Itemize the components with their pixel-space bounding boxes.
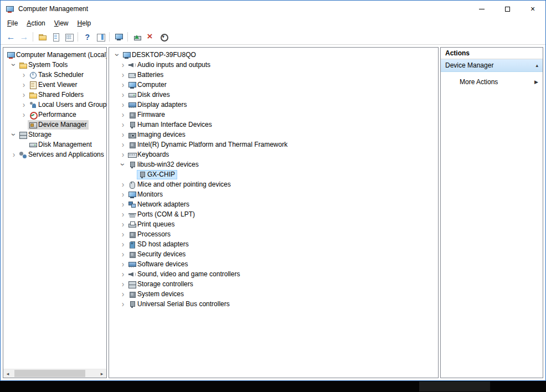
tree-item-system-tools[interactable]: System Tools [4,60,106,70]
expander-icon[interactable] [119,61,127,69]
device-category-ports-com-lpt[interactable]: Ports (COM & LPT) [114,209,438,219]
update-driver-button[interactable] [130,30,143,44]
tree-item-computer-management[interactable]: Computer Management (Local) [4,50,106,60]
expander-icon[interactable] [20,81,28,89]
collapse-chevron-icon[interactable]: ▴ [535,63,538,68]
device-category-batteries[interactable]: Batteries [114,70,438,80]
expander-icon[interactable] [10,131,18,138]
expander-icon[interactable] [20,91,28,99]
device-category-network-adapters[interactable]: Network adapters [114,199,438,209]
minimize-button[interactable] [469,1,495,17]
tree-item-task-scheduler[interactable]: Task Scheduler [4,70,106,80]
device-category-processors[interactable]: Processors [114,229,438,239]
expander-icon[interactable] [20,101,28,109]
expander-icon[interactable] [119,121,127,128]
device-category-display-adapters[interactable]: Display adapters [114,100,438,110]
expander-icon[interactable] [119,200,127,208]
device-category-sound-video-game-controllers[interactable]: Sound, video and game controllers [114,269,438,279]
device-category-intel-dptf[interactable]: Intel(R) Dynamic Platform and Thermal Fr… [114,140,438,149]
tree-item-device-manager[interactable]: Device Manager [4,120,106,130]
taskbar[interactable] [0,381,546,392]
tree-item-event-viewer[interactable]: Event Viewer [4,80,106,90]
taskbar-segment[interactable] [419,381,490,391]
device-category-libusb-win32-devices[interactable]: libusb-win32 devices [114,159,438,169]
expander-icon[interactable] [20,71,28,79]
show-action-pane-button[interactable] [94,30,107,44]
expander-icon[interactable] [119,71,127,79]
expander-icon[interactable] [119,151,127,158]
device-category-print-queues[interactable]: Print queues [114,219,438,229]
show-console-tree-button[interactable] [35,30,49,44]
actions-item-device-manager[interactable]: Device Manager ▴ [441,59,543,72]
expander-icon[interactable] [119,210,127,218]
back-button[interactable] [4,30,17,44]
device-category-imaging-devices[interactable]: Imaging devices [114,130,438,140]
expander-icon[interactable] [10,151,18,158]
device-category-security-devices[interactable]: Security devices [114,249,438,259]
help-button[interactable] [80,30,94,44]
device-category-storage-controllers[interactable]: Storage controllers [114,279,438,289]
scroll-left-button[interactable]: ◂ [3,369,12,378]
device-category-mice[interactable]: Mice and other pointing devices [114,179,438,189]
menu-view[interactable]: View [50,18,73,28]
tree-item-label: Storage [27,131,51,138]
tree-item-shared-folders[interactable]: Shared Folders [4,90,106,100]
device-category-monitors[interactable]: Monitors [114,189,438,199]
device-category-keyboards[interactable]: Keyboards [114,149,438,159]
tree-item-performance[interactable]: Performance [4,110,106,120]
menu-action[interactable]: Action [22,18,49,28]
device-category-disk-drives[interactable]: Disk drives [114,90,438,100]
expander-icon[interactable] [119,240,127,248]
expander-icon[interactable] [119,280,127,288]
device-category-sd-host-adapters[interactable]: SD host adapters [114,239,438,249]
expander-icon[interactable] [119,290,127,298]
expander-icon[interactable] [119,161,127,168]
device-category-system-devices[interactable]: System devices [114,289,438,299]
scan-hardware-changes-button[interactable] [112,30,125,44]
device-item-gx-chip[interactable]: GX-CHIP [114,169,438,179]
scrollbar-thumb[interactable] [14,370,85,377]
actions-item-more-actions[interactable]: More Actions ▶ [441,75,543,88]
tree-item-services-and-applications[interactable]: Services and Applications [4,149,106,159]
expander-icon[interactable] [119,131,127,138]
expander-icon[interactable] [119,141,127,148]
device-root-desktop-39fu8qo[interactable]: DESKTOP-39FU8QO [114,50,438,60]
expander-icon[interactable] [119,270,127,278]
disable-device-button[interactable] [157,30,170,44]
device-category-usb-controllers[interactable]: Universal Serial Bus controllers [114,299,438,309]
left-pane-horizontal-scrollbar[interactable]: ◂ ▸ [3,369,106,378]
expander-icon[interactable] [114,51,121,59]
scrollbar-track[interactable] [12,369,97,378]
menu-help[interactable]: Help [73,18,96,28]
device-category-software-devices[interactable]: Software devices [114,259,438,269]
expander-icon[interactable] [10,61,18,69]
expander-icon[interactable] [119,300,127,308]
forward-button[interactable] [17,30,30,44]
expander-icon[interactable] [20,111,28,118]
device-category-human-interface-devices[interactable]: Human Interface Devices [114,120,438,130]
device-category-firmware[interactable]: Firmware [114,110,438,120]
expander-icon[interactable] [119,101,127,109]
expander-icon[interactable] [119,81,127,89]
expander-icon[interactable] [119,91,127,99]
maximize-button[interactable] [495,1,520,17]
expander-icon[interactable] [119,230,127,238]
scroll-right-button[interactable]: ▸ [97,369,106,378]
properties-button[interactable] [62,30,75,44]
export-list-button[interactable] [49,30,62,44]
expander-icon[interactable] [119,220,127,228]
device-category-computer[interactable]: Computer [114,80,438,90]
tree-item-selection: Intel(R) Dynamic Platform and Thermal Fr… [127,140,290,149]
tree-item-disk-management[interactable]: Disk Management [4,140,106,149]
tree-item-storage[interactable]: Storage [4,130,106,140]
expander-icon[interactable] [119,190,127,198]
expander-icon[interactable] [119,111,127,118]
expander-icon[interactable] [119,260,127,268]
close-button[interactable]: × [520,1,545,17]
tree-item-local-users-and-groups[interactable]: Local Users and Groups [4,100,106,110]
expander-icon[interactable] [119,250,127,258]
uninstall-device-button[interactable] [143,30,157,44]
expander-icon[interactable] [119,180,127,188]
device-category-audio-inputs-outputs[interactable]: Audio inputs and outputs [114,60,438,70]
menu-file[interactable]: File [3,18,22,28]
